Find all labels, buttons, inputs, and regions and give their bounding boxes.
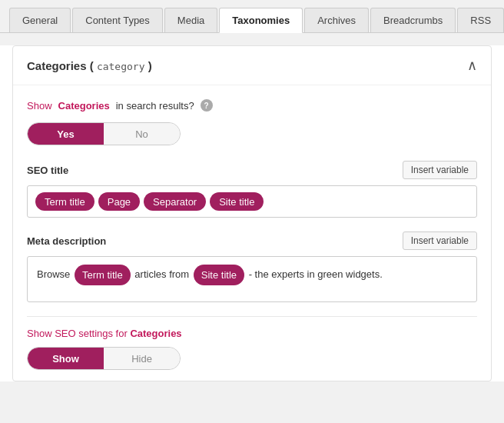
tab-rss[interactable]: RSS: [457, 8, 504, 32]
meta-text-middle: articles from: [134, 268, 189, 280]
question-show: Show: [27, 100, 52, 112]
tab-general[interactable]: General: [9, 8, 71, 32]
meta-text-before: Browse: [37, 268, 70, 280]
seo-token-term-title[interactable]: Term title: [35, 192, 94, 211]
search-results-toggle[interactable]: Yes No: [27, 122, 181, 145]
seo-title-label: SEO title: [27, 165, 68, 176]
meta-text-after: - the experts in green widgets.: [249, 268, 383, 280]
toggle-no-button[interactable]: No: [104, 123, 180, 145]
tab-taxonomies[interactable]: Taxonomies: [219, 8, 303, 33]
show-seo-label: Show SEO settings for Categories: [27, 328, 477, 339]
show-seo-text-start: Show SEO settings for: [27, 328, 128, 339]
tab-bar: General Content Types Media Taxonomies A…: [0, 0, 504, 33]
divider: [27, 316, 477, 317]
question-end: in search results?: [116, 100, 194, 112]
help-icon[interactable]: ?: [201, 99, 213, 112]
seo-title-field[interactable]: Term title Page Separator Site title: [27, 185, 477, 218]
seo-token-page[interactable]: Page: [98, 192, 140, 211]
show-seo-text-bold: Categories: [130, 328, 181, 339]
seo-token-site-title[interactable]: Site title: [210, 192, 264, 211]
card-body: Show Categories in search results? ? Yes…: [13, 85, 491, 381]
taxonomy-slug: category: [97, 61, 145, 72]
tab-archives[interactable]: Archives: [304, 8, 369, 32]
card-title-paren: ( category ): [90, 59, 152, 72]
meta-token-site-title[interactable]: Site title: [194, 265, 244, 285]
toggle-yes-button[interactable]: Yes: [28, 123, 104, 145]
toggle-hide-button[interactable]: Hide: [104, 348, 180, 369]
collapse-icon[interactable]: ∧: [467, 57, 477, 74]
card-header: Categories ( category ) ∧: [13, 46, 491, 85]
categories-card: Categories ( category ) ∧ Show Categorie…: [12, 45, 492, 381]
card-title-text: Categories: [27, 59, 87, 72]
main-content: Categories ( category ) ∧ Show Categorie…: [0, 45, 504, 381]
question-bold: Categories: [58, 100, 110, 112]
seo-title-row: SEO title Insert variable: [27, 161, 477, 179]
meta-description-row: Meta description Insert variable: [27, 231, 477, 250]
meta-token-term-title[interactable]: Term title: [75, 265, 131, 285]
meta-description-field[interactable]: Browse Term title articles from Site tit…: [27, 256, 477, 302]
search-results-question: Show Categories in search results? ?: [27, 99, 477, 112]
card-title: Categories ( category ): [27, 59, 152, 72]
tab-content-types[interactable]: Content Types: [72, 8, 163, 32]
toggle-show-button[interactable]: Show: [28, 348, 104, 369]
tab-breadcrumbs[interactable]: Breadcrumbs: [370, 8, 456, 32]
show-hide-toggle[interactable]: Show Hide: [27, 347, 181, 370]
meta-description-label: Meta description: [27, 235, 106, 247]
seo-title-insert-variable-button[interactable]: Insert variable: [403, 161, 477, 179]
seo-token-separator[interactable]: Separator: [144, 192, 206, 211]
meta-description-insert-variable-button[interactable]: Insert variable: [403, 231, 477, 250]
tab-media[interactable]: Media: [164, 8, 217, 32]
